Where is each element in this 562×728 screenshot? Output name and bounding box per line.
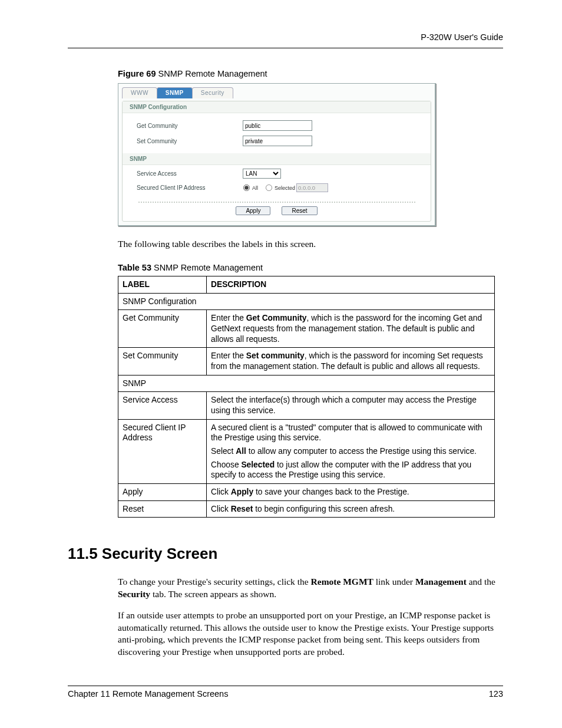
radio-selected[interactable] [266, 185, 272, 191]
table-row: Service Access Select the interface(s) t… [118, 392, 495, 419]
cell-label: Secured Client IP Address [118, 419, 207, 483]
page-footer: Chapter 11 Remote Management Screens 123 [68, 686, 503, 699]
set-community-input[interactable] [243, 136, 312, 146]
table-row: Set Community Enter the Set community, w… [118, 348, 495, 375]
table-caption-text: SNMP Remote Management [151, 263, 263, 272]
table-row: SNMP [118, 375, 495, 392]
service-access-select[interactable]: LAN [243, 169, 281, 179]
service-access-label: Service Access [137, 170, 243, 177]
header-rule [68, 48, 503, 48]
tab-snmp[interactable]: SNMP [157, 87, 193, 98]
table-row: Apply Click Apply to save your changes b… [118, 483, 495, 500]
table-row: Get Community Enter the Get Community, w… [118, 310, 495, 348]
radio-selected-label: Selected [275, 185, 295, 191]
cell-label: Service Access [118, 392, 207, 419]
figure-caption: Figure 69 SNMP Remote Management [118, 69, 503, 78]
row-snmp-configuration: SNMP Configuration [118, 293, 495, 310]
footer-page-number: 123 [489, 689, 503, 699]
figure-caption-number: Figure 69 [118, 69, 156, 78]
figure-screenshot: WWW SNMP Security SNMP Configuration Get… [118, 83, 436, 226]
section-snmp-config-title: SNMP Configuration [123, 101, 431, 113]
reset-button[interactable]: Reset [282, 206, 317, 215]
secured-client-ip-label: Secured Client IP Address [137, 185, 243, 191]
definition-table: LABEL DESCRIPTION SNMP Configuration Get… [118, 276, 495, 518]
cell-desc: Enter the Set community, which is the pa… [207, 348, 495, 375]
tab-security[interactable]: Security [192, 87, 233, 98]
get-community-label: Get Community [137, 123, 243, 129]
section-heading: 11.5 Security Screen [68, 545, 503, 563]
cell-desc: Click Reset to begin configuring this sc… [207, 500, 495, 518]
th-description: DESCRIPTION [207, 276, 495, 294]
table-caption-number: Table 53 [118, 263, 151, 272]
tab-bar: WWW SNMP Security [120, 85, 434, 98]
apply-button[interactable]: Apply [236, 206, 270, 215]
cell-desc: Select the interface(s) through which a … [207, 392, 495, 419]
cell-desc: A secured client is a "trusted" computer… [207, 419, 495, 483]
section-snmp-title: SNMP [123, 153, 431, 165]
table-header-row: LABEL DESCRIPTION [118, 276, 495, 294]
section-paragraph-1: To change your Prestige's security setti… [118, 576, 503, 600]
cell-desc: Click Apply to save your changes back to… [207, 483, 495, 500]
radio-all[interactable] [243, 185, 250, 191]
figure-caption-text: SNMP Remote Management [156, 69, 267, 78]
get-community-input[interactable] [243, 120, 312, 131]
section-paragraph-2: If an outside user attempts to probe an … [118, 610, 503, 658]
table-caption: Table 53 SNMP Remote Management [118, 263, 503, 272]
tab-www[interactable]: WWW [122, 87, 157, 98]
th-label: LABEL [118, 276, 207, 294]
footer-rule [68, 686, 503, 686]
cell-label: Reset [118, 500, 207, 518]
intro-paragraph: The following table describes the labels… [118, 238, 503, 250]
table-row: Reset Click Reset to begin configuring t… [118, 500, 495, 518]
table-row: SNMP Configuration [118, 293, 495, 310]
footer-chapter: Chapter 11 Remote Management Screens [68, 689, 228, 699]
config-panel: SNMP Configuration Get Community Set Com… [122, 101, 431, 222]
cell-label: Get Community [118, 310, 207, 348]
cell-desc: Enter the Get Community, which is the pa… [207, 310, 495, 348]
table-row: Secured Client IP Address A secured clie… [118, 419, 495, 483]
row-snmp: SNMP [118, 375, 495, 392]
doc-header-title: P-320W User's Guide [68, 32, 503, 42]
radio-all-label: All [252, 185, 258, 191]
cell-label: Apply [118, 483, 207, 500]
selected-ip-input [296, 183, 328, 192]
set-community-label: Set Community [137, 138, 243, 144]
cell-label: Set Community [118, 348, 207, 375]
